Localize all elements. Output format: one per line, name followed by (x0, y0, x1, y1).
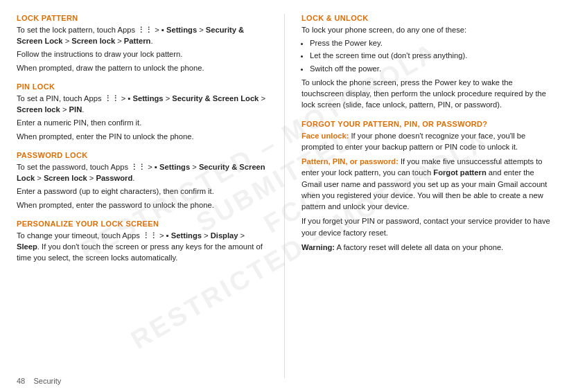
lock-unlock-body: To lock your phone screen, do any one of… (301, 24, 552, 111)
column-divider (284, 14, 285, 378)
section-password-lock: PASSWORD LOCK To set the password, touch… (17, 151, 268, 213)
pin-lock-p1: To set a PIN, touch Apps ⋮⋮ > ▪ Settings… (17, 93, 268, 115)
password-lock-p3: When prompted, enter the password to unl… (17, 199, 268, 211)
face-unlock-label: Face unlock: (301, 132, 349, 140)
lock-unlock-bullets: Press the Power key. Let the screen time… (301, 37, 552, 74)
password-lock-title: PASSWORD LOCK (17, 151, 268, 159)
pattern-pin-label: Pattern, PIN, or password: (301, 157, 399, 166)
section-forgot-pattern: FORGOT YOUR PATTERN, PIN, OR PASSWORD? F… (301, 120, 552, 255)
bullet-switch-off: Switch off the power. (310, 63, 552, 74)
pin-lock-p2: Enter a numeric PIN, then confirm it. (17, 117, 268, 128)
forgot-para: If you forget your PIN or password, cont… (301, 215, 552, 238)
lock-unlock-para: To unlock the phone screen, press the Po… (301, 77, 552, 111)
password-lock-p2: Enter a password (up to eight characters… (17, 186, 268, 197)
lock-pattern-title: LOCK PATTERN (17, 14, 268, 22)
section-pin-lock: PIN LOCK To set a PIN, touch Apps ⋮⋮ > ▪… (17, 82, 268, 144)
lock-unlock-title: LOCK & UNLOCK (301, 14, 552, 22)
forgot-pattern-title: FORGOT YOUR PATTERN, PIN, OR PASSWORD? (301, 120, 552, 128)
section-lock-unlock: LOCK & UNLOCK To lock your phone screen,… (301, 14, 552, 113)
pattern-pin-para: Pattern, PIN, or password: If you make f… (301, 156, 552, 212)
page-container: LOCK PATTERN To set the lock pattern, to… (0, 0, 569, 392)
pin-lock-body: To set a PIN, touch Apps ⋮⋮ > ▪ Settings… (17, 93, 268, 142)
left-column: LOCK PATTERN To set the lock pattern, to… (17, 14, 268, 378)
lock-pattern-p1: To set the lock pattern, touch Apps ⋮⋮ >… (17, 24, 268, 46)
warning-para: Warning: A factory reset will delete all… (301, 242, 552, 253)
footer: 48 Security (17, 377, 61, 385)
personalize-lock-screen-p1: To change your timeout, touch Apps ⋮⋮ > … (17, 230, 268, 264)
lock-pattern-p2: Follow the instructions to draw your loc… (17, 48, 268, 60)
personalize-lock-screen-title: PERSONALIZE YOUR LOCK SCREEN (17, 220, 268, 228)
lock-pattern-body: To set the lock pattern, touch Apps ⋮⋮ >… (17, 24, 268, 73)
password-lock-body: To set the password, touch Apps ⋮⋮ > ▪ S… (17, 161, 268, 211)
section-lock-pattern: LOCK PATTERN To set the lock pattern, to… (17, 14, 268, 75)
personalize-lock-screen-body: To change your timeout, touch Apps ⋮⋮ > … (17, 230, 268, 264)
section-personalize-lock-screen: PERSONALIZE YOUR LOCK SCREEN To change y… (17, 220, 268, 266)
right-column: LOCK & UNLOCK To lock your phone screen,… (301, 14, 552, 378)
face-unlock-para: Face unlock: If your phone doesn't recog… (301, 130, 552, 152)
password-lock-p1: To set the password, touch Apps ⋮⋮ > ▪ S… (17, 161, 268, 184)
lock-unlock-intro: To lock your phone screen, do any one of… (301, 24, 552, 35)
footer-section: Security (33, 377, 61, 385)
page-number: 48 (17, 377, 25, 385)
forgot-pattern-body: Face unlock: If your phone doesn't recog… (301, 130, 552, 253)
lock-pattern-p3: When prompted, draw the pattern to unloc… (17, 62, 268, 73)
bullet-timeout: Let the screen time out (don't press any… (310, 50, 552, 61)
pin-lock-title: PIN LOCK (17, 82, 268, 91)
pin-lock-p3: When prompted, enter the PIN to unlock t… (17, 131, 268, 142)
bullet-power-key: Press the Power key. (310, 37, 552, 48)
